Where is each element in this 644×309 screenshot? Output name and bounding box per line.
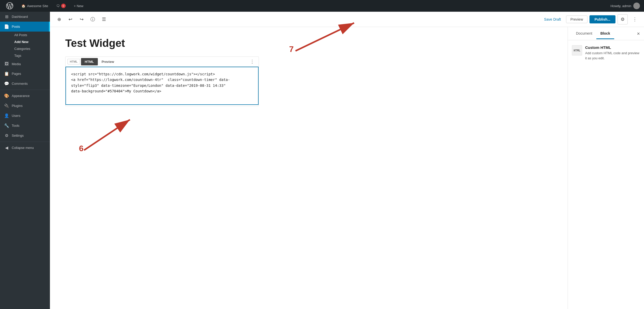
sidebar-item-comments[interactable]: 💬 Comments [0,79,50,89]
preview-tab[interactable]: Preview [98,58,118,65]
html-tab[interactable]: HTML [81,58,98,65]
add-block-button[interactable]: ⊕ [54,14,64,24]
admin-bar-right: Howdy, admin [611,3,640,9]
panel-body: HTML Custom HTML Add custom HTML code an… [568,40,644,66]
sidebar-item-plugins[interactable]: 🔌 Plugins [0,101,50,111]
sidebar: ⊞ Dashboard 📄 Posts All Posts Add New Ca… [0,12,50,309]
comment-icon: 🗨 [56,4,60,8]
sidebar-subitem-all-posts[interactable]: All Posts [12,32,50,38]
publish-button[interactable]: Publish... [589,15,615,23]
comments-item[interactable]: 🗨 0 [54,0,68,12]
sidebar-item-posts[interactable]: 📄 Posts [0,22,50,32]
editor-toolbar: ⊕ ↩ ↪ ⓘ ☰ Save Draft Preview Publish... … [50,12,644,27]
new-content-label: + New [74,4,83,8]
sidebar-item-collapse-label: Collapse menu [12,146,34,150]
sidebar-item-media[interactable]: 🖼 Media [0,59,50,69]
preview-button[interactable]: Preview [566,16,587,23]
sidebar-item-users[interactable]: 👤 Users [0,111,50,121]
sidebar-item-settings[interactable]: ⚙ Settings [0,131,50,141]
html-code-input[interactable] [65,67,259,105]
block-info: HTML Custom HTML Add custom HTML code an… [572,45,640,61]
comment-count-badge: 0 [61,4,66,8]
collapse-icon: ◀ [4,145,9,150]
sidebar-item-settings-label: Settings [12,134,24,137]
page-layout: ⊞ Dashboard 📄 Posts All Posts Add New Ca… [0,12,644,309]
post-title[interactable]: Test Widget [65,37,552,49]
sidebar-item-appearance[interactable]: 🎨 Appearance [0,91,50,101]
block-options-button[interactable]: ⋮ [248,58,257,65]
toolbar-right: Save Draft Preview Publish... ⚙ ⋮ [541,14,640,24]
new-content-item[interactable]: + New [72,0,85,12]
appearance-icon: 🎨 [4,93,9,98]
home-icon: 🏠 [21,4,25,8]
sidebar-item-users-label: Users [12,114,20,118]
wp-logo-icon [6,2,13,9]
avatar[interactable] [633,3,640,9]
editor-more-button[interactable]: ⋮ [630,14,640,24]
comments-icon: 💬 [4,81,9,86]
sidebar-item-dashboard[interactable]: ⊞ Dashboard [0,12,50,22]
howdy-label: Howdy, admin [611,4,631,8]
right-panel: Document Block × HTML Custom HTML Add cu… [568,27,644,309]
media-icon: 🖼 [4,62,9,66]
sidebar-item-pages-label: Pages [12,72,21,76]
sidebar-item-dashboard-label: Dashboard [12,15,28,19]
posts-icon: 📄 [4,24,9,29]
block-type-icon: HTML [68,59,80,64]
block-title: Custom HTML [585,45,640,50]
sidebar-item-comments-label: Comments [12,82,28,86]
posts-submenu: All Posts Add New Categories Tags [0,32,50,59]
admin-bar: 🏠 Awesome Site 🗨 0 + New Howdy, admin [0,0,644,12]
sidebar-item-collapse[interactable]: ◀ Collapse menu [0,143,50,153]
sidebar-item-pages[interactable]: 📋 Pages [0,69,50,79]
sidebar-item-tools-label: Tools [12,124,19,128]
redo-button[interactable]: ↪ [76,14,87,24]
tools-options-button[interactable]: ☰ [99,14,109,24]
site-name-label: Awesome Site [27,4,48,8]
block-info-icon: HTML [572,45,582,55]
save-draft-button[interactable]: Save Draft [541,16,564,23]
panel-close-button[interactable]: × [637,31,640,36]
panel-tabs: Document Block × [568,27,644,40]
editor-settings-button[interactable]: ⚙ [618,14,628,24]
sidebar-divider-2 [0,142,50,142]
sidebar-item-media-label: Media [12,62,21,66]
users-icon: 👤 [4,113,9,118]
main-content: ⊕ ↩ ↪ ⓘ ☰ Save Draft Preview Publish... … [50,12,644,309]
wp-logo-item[interactable] [4,0,15,12]
tools-icon: 🔧 [4,123,9,128]
block-tab[interactable]: Block [596,28,614,39]
sidebar-divider-1 [0,90,50,90]
sidebar-item-plugins-label: Plugins [12,104,23,108]
editor-body: Test Widget HTML HTML Preview ⋮ Document [50,27,644,309]
document-tab[interactable]: Document [572,28,596,39]
editor-canvas: Test Widget HTML HTML Preview ⋮ [50,27,568,309]
sidebar-item-tools[interactable]: 🔧 Tools [0,121,50,131]
pages-icon: 📋 [4,71,9,76]
dashboard-icon: ⊞ [4,14,9,19]
plugins-icon: 🔌 [4,103,9,108]
site-name-item[interactable]: 🏠 Awesome Site [19,0,50,12]
sidebar-subitem-add-new[interactable]: Add New [12,38,50,45]
block-info-button[interactable]: ⓘ [88,14,98,24]
undo-button[interactable]: ↩ [65,14,75,24]
block-info-text: Custom HTML Add custom HTML code and pre… [585,45,640,61]
sidebar-subitem-categories[interactable]: Categories [12,45,50,52]
sidebar-item-posts-label: Posts [12,25,20,29]
block-description: Add custom HTML code and preview it as y… [585,51,640,61]
html-block: HTML HTML Preview ⋮ [65,57,259,106]
block-toolbar: HTML HTML Preview ⋮ [65,57,259,67]
sidebar-item-appearance-label: Appearance [12,94,30,98]
sidebar-subitem-tags[interactable]: Tags [12,52,50,59]
settings-icon: ⚙ [4,133,9,138]
